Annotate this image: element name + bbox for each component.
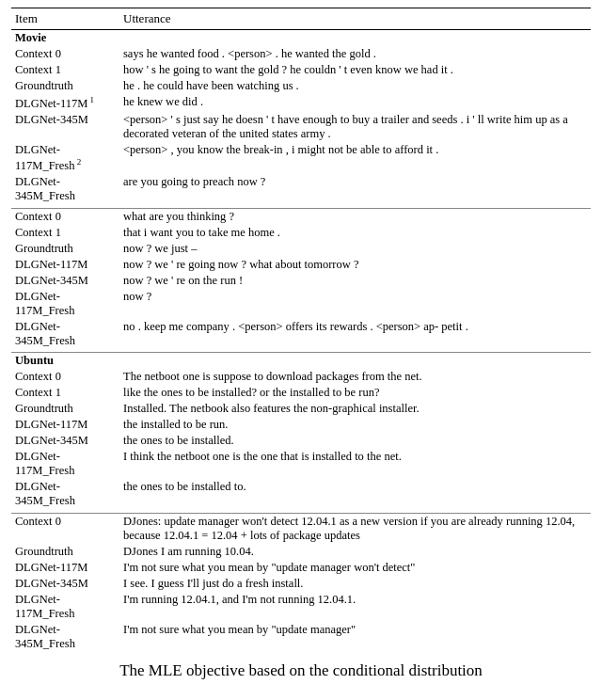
table-row: DLGNet-345M_Freshno . keep me company . … [11, 319, 591, 349]
table-row: DLGNet-345M_FreshI'm not sure what you m… [11, 622, 591, 652]
utterance-cell: the ones to be installed to. [119, 479, 591, 509]
table-row: Context 1how ' s he going to want the go… [11, 62, 591, 78]
utterance-cell: now ? we just – [119, 241, 591, 257]
utterance-cell: now ? we ' re on the run ! [119, 273, 591, 289]
item-label: Context 1 [15, 226, 61, 239]
main-table: Item Utterance MovieContext 0says he wan… [11, 8, 591, 652]
utterance-cell: Installed. The netbook also features the… [119, 401, 591, 417]
table-row: DLGNet-345Mthe ones to be installed. [11, 433, 591, 449]
section-header-label: Movie [11, 30, 591, 47]
item-label: Groundtruth [15, 402, 73, 415]
utterance-cell: are you going to preach now ? [119, 174, 591, 204]
col-utt-header: Utterance [119, 8, 591, 30]
item-cell: Context 0 [11, 46, 119, 62]
utterance-cell: I see. I guess I'll just do a fresh inst… [119, 576, 591, 592]
item-cell: Context 0 [11, 514, 119, 544]
utterance-cell: <person> , you know the break-in , i mig… [119, 142, 591, 174]
item-cell: Context 0 [11, 209, 119, 225]
item-cell: DLGNet-345M [11, 433, 119, 449]
table-row: GroundtruthDJones I am running 10.04. [11, 544, 591, 560]
utterance-cell: like the ones to be installed? or the in… [119, 385, 591, 401]
utterance-cell: how ' s he going to want the gold ? he c… [119, 62, 591, 78]
utterance-cell: the installed to be run. [119, 417, 591, 433]
item-label: DLGNet-117M [15, 418, 87, 431]
item-label: DLGNet-117M_Fresh [15, 290, 74, 317]
table-row: DLGNet-345Mnow ? we ' re on the run ! [11, 273, 591, 289]
item-cell: DLGNet-117M 1 [11, 94, 119, 112]
item-cell: DLGNet-345M_Fresh [11, 174, 119, 204]
item-label: DLGNet-345M_Fresh [15, 175, 75, 202]
item-cell: DLGNet-117M [11, 560, 119, 576]
item-label: DLGNet-117M [15, 258, 87, 271]
item-label: Context 1 [15, 386, 61, 399]
table-row: Context 0DJones: update manager won't de… [11, 514, 591, 544]
utterance-cell: I think the netboot one is the one that … [119, 449, 591, 479]
item-label: DLGNet-345M [15, 577, 88, 590]
utterance-cell: DJones I am running 10.04. [119, 544, 591, 560]
table-row: GroundtruthInstalled. The netbook also f… [11, 401, 591, 417]
table-row: DLGNet-117Mthe installed to be run. [11, 417, 591, 433]
utterance-cell: he . he could have been watching us . [119, 78, 591, 94]
item-cell: DLGNet-117M_Fresh [11, 592, 119, 622]
utterance-cell: I'm not sure what you mean by "update ma… [119, 560, 591, 576]
table-row: DLGNet-345M<person> ' s just say he does… [11, 112, 591, 142]
item-label: DLGNet-345M [15, 434, 88, 447]
utterance-cell: says he wanted food . <person> . he want… [119, 46, 591, 62]
table-row: DLGNet-117M_FreshI think the netboot one… [11, 449, 591, 479]
utterance-cell: now ? [119, 289, 591, 319]
page: Item Utterance MovieContext 0says he wan… [0, 0, 602, 688]
section-header-label: Ubuntu [11, 353, 591, 370]
utterance-cell: <person> ' s just say he doesn ' t have … [119, 112, 591, 142]
utterance-cell: the ones to be installed. [119, 433, 591, 449]
footnote-marker: 1 [87, 95, 94, 104]
utterance-cell: I'm running 12.04.1, and I'm not running… [119, 592, 591, 622]
table-row: DLGNet-117M_Fresh 2<person> , you know t… [11, 142, 591, 174]
item-label: Groundtruth [15, 79, 73, 92]
item-cell: Groundtruth [11, 78, 119, 94]
item-cell: DLGNet-117M [11, 257, 119, 273]
section-header-row: Movie [11, 30, 591, 47]
table-row: DLGNet-345M_Freshare you going to preach… [11, 174, 591, 204]
item-label: DLGNet-117M [15, 97, 87, 110]
item-cell: Context 0 [11, 369, 119, 385]
item-cell: DLGNet-345M [11, 273, 119, 289]
item-cell: DLGNet-117M_Fresh [11, 289, 119, 319]
item-label: DLGNet-117M_Fresh [15, 143, 74, 172]
col-item-header: Item [11, 8, 119, 30]
item-cell: Groundtruth [11, 241, 119, 257]
table-row: DLGNet-117M_Freshnow ? [11, 289, 591, 319]
utterance-cell: what are you thinking ? [119, 209, 591, 225]
item-label: Context 1 [15, 63, 61, 76]
item-label: DLGNet-345M_Fresh [15, 320, 75, 347]
item-label: DLGNet-345M_Fresh [15, 480, 75, 507]
section-header-row: Ubuntu [11, 353, 591, 370]
table-row: Context 0what are you thinking ? [11, 209, 591, 225]
table-row: Context 0The netboot one is suppose to d… [11, 369, 591, 385]
item-cell: DLGNet-345M [11, 112, 119, 142]
item-cell: Groundtruth [11, 401, 119, 417]
item-cell: DLGNet-345M_Fresh [11, 319, 119, 349]
item-cell: DLGNet-345M_Fresh [11, 622, 119, 652]
item-label: Context 0 [15, 370, 61, 383]
table-row: DLGNet-345MI see. I guess I'll just do a… [11, 576, 591, 592]
item-label: Context 0 [15, 47, 61, 60]
item-cell: Context 1 [11, 62, 119, 78]
utterance-cell: now ? we ' re going now ? what about tom… [119, 257, 591, 273]
item-cell: DLGNet-117M_Fresh [11, 449, 119, 479]
table-row: Groundtruthhe . he could have been watch… [11, 78, 591, 94]
item-cell: Context 1 [11, 385, 119, 401]
item-label: Groundtruth [15, 545, 73, 558]
bottom-caption: The MLE objective based on the condition… [11, 661, 591, 680]
table-row: Context 0says he wanted food . <person> … [11, 46, 591, 62]
item-label: Context 0 [15, 515, 61, 528]
table-row: DLGNet-117M 1he knew we did . [11, 94, 591, 112]
utterance-cell: I'm not sure what you mean by "update ma… [119, 622, 591, 652]
footnote-marker: 2 [74, 157, 81, 167]
item-cell: DLGNet-117M_Fresh 2 [11, 142, 119, 174]
table-row: Context 1that i want you to take me home… [11, 225, 591, 241]
item-label: Context 0 [15, 210, 61, 223]
utterance-cell: that i want you to take me home . [119, 225, 591, 241]
item-label: DLGNet-345M [15, 274, 88, 287]
item-cell: DLGNet-117M [11, 417, 119, 433]
item-cell: DLGNet-345M_Fresh [11, 479, 119, 509]
